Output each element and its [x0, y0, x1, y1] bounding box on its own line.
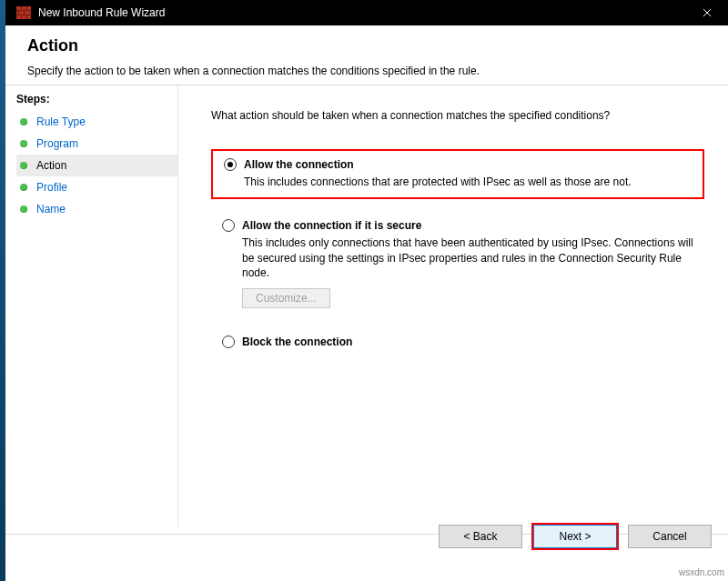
svg-rect-3 — [21, 6, 22, 10]
watermark: wsxdn.com — [679, 567, 724, 577]
step-rule-type[interactable]: Rule Type — [16, 111, 177, 133]
cancel-button[interactable]: Cancel — [628, 525, 712, 548]
bullet-icon — [20, 205, 27, 213]
page-subtitle: Specify the action to be taken when a co… — [27, 65, 717, 77]
svg-rect-6 — [24, 11, 25, 15]
svg-rect-7 — [21, 15, 22, 19]
steps-title: Steps: — [16, 93, 177, 105]
titlebar-text: New Inbound Rule Wizard — [38, 6, 165, 19]
option-allow-title: Allow the connection — [244, 158, 354, 171]
option-allow-desc: This includes connections that are prote… — [244, 175, 692, 190]
step-label: Profile — [36, 181, 67, 194]
bullet-icon — [20, 184, 27, 191]
close-icon — [703, 8, 712, 17]
wizard-header: Action Specify the action to be taken wh… — [5, 25, 728, 85]
radio-allow[interactable] — [224, 158, 237, 171]
close-button[interactable] — [686, 0, 728, 25]
svg-rect-5 — [18, 11, 19, 15]
wizard-footer: < Back Next > Cancel — [439, 525, 712, 548]
main-panel: What action should be taken when a conne… — [178, 85, 728, 527]
step-profile[interactable]: Profile — [16, 176, 177, 198]
step-label: Name — [36, 203, 66, 215]
firewall-icon — [16, 6, 31, 19]
bullet-icon — [20, 118, 27, 125]
option-allow-secure[interactable]: Allow the connection if it is secure Thi… — [211, 212, 704, 316]
next-button[interactable]: Next > — [533, 525, 617, 548]
step-label: Action — [36, 159, 66, 172]
option-block-title: Block the connection — [242, 336, 352, 348]
steps-sidebar: Steps: Rule Type Program Action Profile … — [5, 85, 178, 527]
step-program[interactable]: Program — [16, 133, 177, 155]
left-accent-strip — [0, 0, 5, 581]
step-label: Program — [36, 137, 78, 150]
radio-allow-secure[interactable] — [222, 219, 235, 232]
bullet-icon — [20, 162, 27, 169]
step-name[interactable]: Name — [16, 198, 177, 220]
option-allow[interactable]: Allow the connection This includes conne… — [211, 149, 704, 199]
svg-rect-2 — [16, 15, 31, 15]
action-question: What action should be taken when a conne… — [211, 109, 704, 122]
svg-rect-8 — [26, 15, 27, 19]
page-title: Action — [27, 36, 717, 55]
bullet-icon — [20, 140, 27, 147]
step-action[interactable]: Action — [16, 155, 177, 176]
titlebar: New Inbound Rule Wizard — [5, 0, 728, 25]
step-label: Rule Type — [36, 115, 86, 128]
svg-rect-4 — [26, 6, 27, 10]
customize-button: Customize... — [242, 288, 330, 308]
option-allow-secure-title: Allow the connection if it is secure — [242, 219, 421, 232]
option-allow-secure-desc: This includes only connections that have… — [242, 235, 693, 281]
radio-block[interactable] — [222, 336, 235, 348]
back-button[interactable]: < Back — [439, 525, 522, 548]
option-block[interactable]: Block the connection — [211, 328, 704, 356]
svg-rect-1 — [16, 10, 31, 11]
